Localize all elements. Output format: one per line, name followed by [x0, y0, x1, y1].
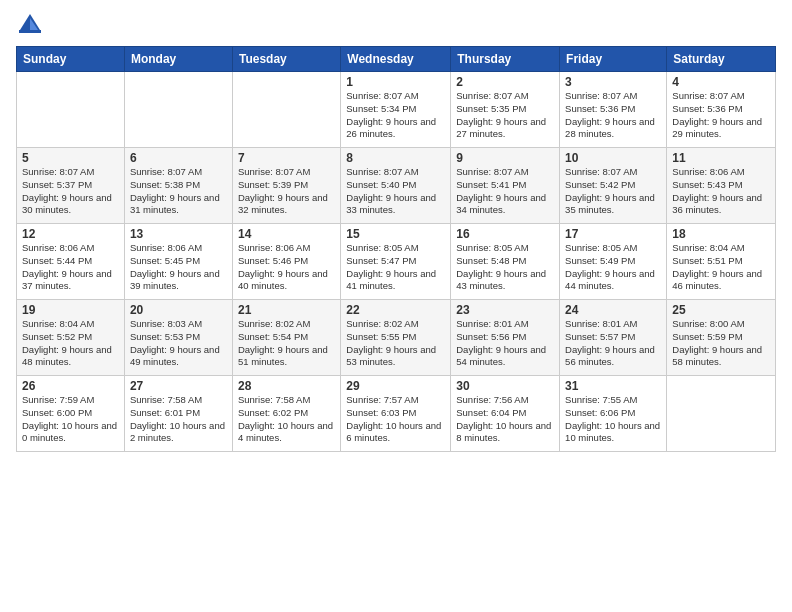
day-info: Sunrise: 8:04 AM Sunset: 5:51 PM Dayligh… [672, 242, 770, 293]
calendar-cell: 9Sunrise: 8:07 AM Sunset: 5:41 PM Daylig… [451, 148, 560, 224]
calendar-header-friday: Friday [560, 47, 667, 72]
day-number: 11 [672, 151, 770, 165]
calendar-cell: 19Sunrise: 8:04 AM Sunset: 5:52 PM Dayli… [17, 300, 125, 376]
day-info: Sunrise: 8:01 AM Sunset: 5:56 PM Dayligh… [456, 318, 554, 369]
day-number: 7 [238, 151, 335, 165]
day-info: Sunrise: 8:07 AM Sunset: 5:36 PM Dayligh… [672, 90, 770, 141]
day-number: 9 [456, 151, 554, 165]
calendar-cell: 22Sunrise: 8:02 AM Sunset: 5:55 PM Dayli… [341, 300, 451, 376]
day-info: Sunrise: 8:05 AM Sunset: 5:48 PM Dayligh… [456, 242, 554, 293]
day-number: 4 [672, 75, 770, 89]
calendar-header-sunday: Sunday [17, 47, 125, 72]
day-info: Sunrise: 8:05 AM Sunset: 5:47 PM Dayligh… [346, 242, 445, 293]
day-info: Sunrise: 7:55 AM Sunset: 6:06 PM Dayligh… [565, 394, 661, 445]
day-info: Sunrise: 8:00 AM Sunset: 5:59 PM Dayligh… [672, 318, 770, 369]
calendar-week-5: 26Sunrise: 7:59 AM Sunset: 6:00 PM Dayli… [17, 376, 776, 452]
calendar-cell [667, 376, 776, 452]
calendar-cell: 4Sunrise: 8:07 AM Sunset: 5:36 PM Daylig… [667, 72, 776, 148]
calendar-header-thursday: Thursday [451, 47, 560, 72]
day-number: 6 [130, 151, 227, 165]
day-info: Sunrise: 8:06 AM Sunset: 5:44 PM Dayligh… [22, 242, 119, 293]
calendar-cell: 15Sunrise: 8:05 AM Sunset: 5:47 PM Dayli… [341, 224, 451, 300]
header [16, 10, 776, 38]
day-number: 15 [346, 227, 445, 241]
day-info: Sunrise: 8:06 AM Sunset: 5:45 PM Dayligh… [130, 242, 227, 293]
calendar-header-tuesday: Tuesday [232, 47, 340, 72]
day-info: Sunrise: 8:06 AM Sunset: 5:43 PM Dayligh… [672, 166, 770, 217]
logo-icon [16, 10, 44, 38]
day-number: 14 [238, 227, 335, 241]
day-info: Sunrise: 7:57 AM Sunset: 6:03 PM Dayligh… [346, 394, 445, 445]
calendar-cell: 24Sunrise: 8:01 AM Sunset: 5:57 PM Dayli… [560, 300, 667, 376]
calendar-cell: 31Sunrise: 7:55 AM Sunset: 6:06 PM Dayli… [560, 376, 667, 452]
calendar-cell: 27Sunrise: 7:58 AM Sunset: 6:01 PM Dayli… [124, 376, 232, 452]
day-info: Sunrise: 8:02 AM Sunset: 5:54 PM Dayligh… [238, 318, 335, 369]
calendar-cell: 6Sunrise: 8:07 AM Sunset: 5:38 PM Daylig… [124, 148, 232, 224]
calendar-cell: 5Sunrise: 8:07 AM Sunset: 5:37 PM Daylig… [17, 148, 125, 224]
calendar-week-4: 19Sunrise: 8:04 AM Sunset: 5:52 PM Dayli… [17, 300, 776, 376]
day-info: Sunrise: 7:58 AM Sunset: 6:01 PM Dayligh… [130, 394, 227, 445]
calendar-cell: 3Sunrise: 8:07 AM Sunset: 5:36 PM Daylig… [560, 72, 667, 148]
day-number: 25 [672, 303, 770, 317]
page: SundayMondayTuesdayWednesdayThursdayFrid… [0, 0, 792, 612]
day-info: Sunrise: 8:07 AM Sunset: 5:35 PM Dayligh… [456, 90, 554, 141]
day-number: 16 [456, 227, 554, 241]
day-number: 22 [346, 303, 445, 317]
calendar-cell [17, 72, 125, 148]
calendar-cell [232, 72, 340, 148]
day-number: 1 [346, 75, 445, 89]
day-info: Sunrise: 8:07 AM Sunset: 5:38 PM Dayligh… [130, 166, 227, 217]
day-info: Sunrise: 8:04 AM Sunset: 5:52 PM Dayligh… [22, 318, 119, 369]
day-number: 5 [22, 151, 119, 165]
calendar-cell: 23Sunrise: 8:01 AM Sunset: 5:56 PM Dayli… [451, 300, 560, 376]
calendar-cell: 21Sunrise: 8:02 AM Sunset: 5:54 PM Dayli… [232, 300, 340, 376]
calendar-cell: 11Sunrise: 8:06 AM Sunset: 5:43 PM Dayli… [667, 148, 776, 224]
day-info: Sunrise: 8:06 AM Sunset: 5:46 PM Dayligh… [238, 242, 335, 293]
calendar-table: SundayMondayTuesdayWednesdayThursdayFrid… [16, 46, 776, 452]
day-number: 18 [672, 227, 770, 241]
day-info: Sunrise: 8:07 AM Sunset: 5:36 PM Dayligh… [565, 90, 661, 141]
calendar-cell: 16Sunrise: 8:05 AM Sunset: 5:48 PM Dayli… [451, 224, 560, 300]
day-info: Sunrise: 7:59 AM Sunset: 6:00 PM Dayligh… [22, 394, 119, 445]
day-info: Sunrise: 8:03 AM Sunset: 5:53 PM Dayligh… [130, 318, 227, 369]
calendar-cell: 7Sunrise: 8:07 AM Sunset: 5:39 PM Daylig… [232, 148, 340, 224]
calendar-cell: 28Sunrise: 7:58 AM Sunset: 6:02 PM Dayli… [232, 376, 340, 452]
logo [16, 10, 48, 38]
calendar-header-saturday: Saturday [667, 47, 776, 72]
day-info: Sunrise: 8:07 AM Sunset: 5:34 PM Dayligh… [346, 90, 445, 141]
calendar-header-monday: Monday [124, 47, 232, 72]
calendar-cell: 17Sunrise: 8:05 AM Sunset: 5:49 PM Dayli… [560, 224, 667, 300]
day-number: 29 [346, 379, 445, 393]
calendar-cell: 12Sunrise: 8:06 AM Sunset: 5:44 PM Dayli… [17, 224, 125, 300]
calendar-cell: 8Sunrise: 8:07 AM Sunset: 5:40 PM Daylig… [341, 148, 451, 224]
calendar-cell: 1Sunrise: 8:07 AM Sunset: 5:34 PM Daylig… [341, 72, 451, 148]
calendar-cell: 10Sunrise: 8:07 AM Sunset: 5:42 PM Dayli… [560, 148, 667, 224]
day-number: 26 [22, 379, 119, 393]
day-number: 27 [130, 379, 227, 393]
day-info: Sunrise: 7:56 AM Sunset: 6:04 PM Dayligh… [456, 394, 554, 445]
day-info: Sunrise: 7:58 AM Sunset: 6:02 PM Dayligh… [238, 394, 335, 445]
calendar-cell: 18Sunrise: 8:04 AM Sunset: 5:51 PM Dayli… [667, 224, 776, 300]
day-number: 17 [565, 227, 661, 241]
day-number: 23 [456, 303, 554, 317]
calendar-cell: 26Sunrise: 7:59 AM Sunset: 6:00 PM Dayli… [17, 376, 125, 452]
day-number: 31 [565, 379, 661, 393]
calendar-cell: 29Sunrise: 7:57 AM Sunset: 6:03 PM Dayli… [341, 376, 451, 452]
day-number: 28 [238, 379, 335, 393]
day-info: Sunrise: 8:07 AM Sunset: 5:41 PM Dayligh… [456, 166, 554, 217]
header-row: SundayMondayTuesdayWednesdayThursdayFrid… [17, 47, 776, 72]
day-info: Sunrise: 8:07 AM Sunset: 5:39 PM Dayligh… [238, 166, 335, 217]
calendar-cell: 2Sunrise: 8:07 AM Sunset: 5:35 PM Daylig… [451, 72, 560, 148]
calendar-cell: 25Sunrise: 8:00 AM Sunset: 5:59 PM Dayli… [667, 300, 776, 376]
calendar-week-2: 5Sunrise: 8:07 AM Sunset: 5:37 PM Daylig… [17, 148, 776, 224]
day-number: 20 [130, 303, 227, 317]
day-number: 8 [346, 151, 445, 165]
day-number: 2 [456, 75, 554, 89]
day-number: 30 [456, 379, 554, 393]
day-info: Sunrise: 8:07 AM Sunset: 5:37 PM Dayligh… [22, 166, 119, 217]
calendar-cell: 30Sunrise: 7:56 AM Sunset: 6:04 PM Dayli… [451, 376, 560, 452]
day-info: Sunrise: 8:07 AM Sunset: 5:42 PM Dayligh… [565, 166, 661, 217]
day-info: Sunrise: 8:01 AM Sunset: 5:57 PM Dayligh… [565, 318, 661, 369]
day-number: 3 [565, 75, 661, 89]
day-number: 19 [22, 303, 119, 317]
